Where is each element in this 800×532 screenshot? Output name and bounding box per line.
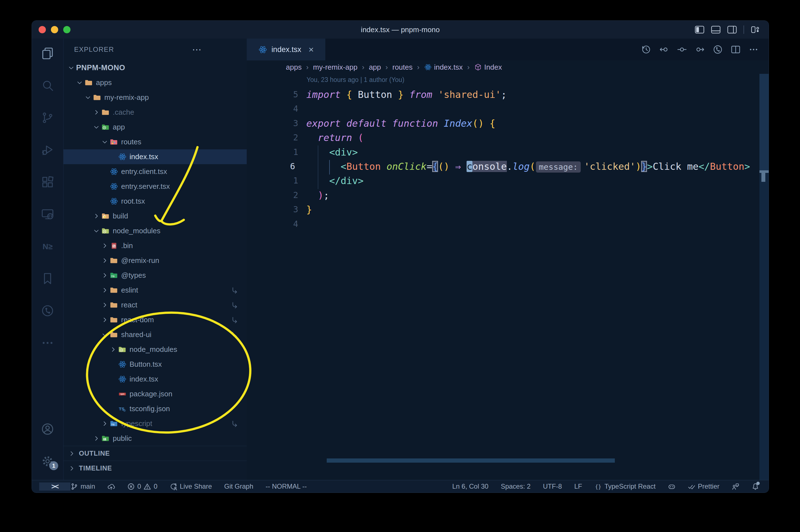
tab-index-tsx[interactable]: index.tsx ×: [247, 39, 325, 60]
commit-prev-icon[interactable]: [659, 44, 669, 55]
activity-run-debug-icon[interactable]: [41, 143, 54, 157]
minimize-button[interactable]: [51, 26, 58, 33]
breadcrumb-item-routes[interactable]: routes: [393, 63, 413, 72]
gitlens-blame: You, 23 hours ago | 1 author (You): [307, 76, 404, 83]
status-cursor-position[interactable]: Ln 6, Col 30: [452, 482, 489, 490]
tree-item-react[interactable]: react: [63, 298, 247, 312]
activity-settings-icon[interactable]: 1: [41, 455, 54, 468]
tree-item-package.json[interactable]: npmpackage.json: [63, 386, 247, 401]
twisty-spacer: [109, 390, 117, 398]
status-eol[interactable]: LF: [574, 482, 582, 490]
breadcrumb-item-Index[interactable]: Index: [474, 63, 502, 72]
status-live-share[interactable]: Live Share: [170, 482, 212, 490]
code-editor[interactable]: You, 23 hours ago | 1 author (You) 5impo…: [247, 74, 769, 480]
status-prettier[interactable]: Prettier: [688, 482, 720, 490]
tree-item-apps[interactable]: apps: [63, 75, 247, 90]
split-editor-icon[interactable]: [731, 44, 741, 55]
svg-text:JS: JS: [103, 231, 106, 232]
tree-item-app[interactable]: app: [63, 120, 247, 135]
breadcrumb-item-apps[interactable]: apps: [286, 63, 302, 72]
layout-customize-icon[interactable]: [751, 25, 760, 34]
window-title: index.tsx — pnpm-mono: [361, 21, 440, 39]
activity-remote-explorer-icon[interactable]: [41, 208, 54, 221]
status-git-branch[interactable]: main: [71, 482, 95, 490]
tree-item-label: .cache: [113, 108, 134, 117]
tree-item-index.tsx[interactable]: index.tsx: [63, 372, 247, 386]
tree-item-.cache[interactable]: .cache: [63, 105, 247, 120]
explorer-more-icon[interactable]: ⋯: [192, 47, 202, 52]
commit-current-icon[interactable]: [677, 44, 687, 55]
tree-item-Button.tsx[interactable]: Button.tsx: [63, 357, 247, 372]
status-notifications[interactable]: [751, 483, 759, 490]
activity-git-graph-icon[interactable]: [41, 304, 54, 318]
tree-item-node-modules[interactable]: JSnode_modules: [63, 224, 247, 238]
tree-item-typescript[interactable]: TStypescript: [63, 416, 247, 431]
tree-item-label: @types: [121, 271, 146, 280]
tree-item-index.tsx[interactable]: index.tsx: [63, 149, 247, 164]
tree-item-label: typescript: [121, 419, 152, 428]
close-tab-icon[interactable]: ×: [308, 45, 314, 54]
tree-item-tsconfig.json[interactable]: TStsconfig.json: [63, 401, 247, 416]
code-line-1: </div>: [306, 173, 364, 188]
activity-nx-console-icon[interactable]: N≥: [41, 240, 54, 253]
status-vim-mode[interactable]: -- NORMAL --: [266, 482, 307, 490]
tree-item-eslint[interactable]: eslint: [63, 283, 247, 298]
status-encoding[interactable]: UTF-8: [543, 482, 562, 490]
status-sync-changes[interactable]: [108, 483, 115, 490]
activity-more-icon[interactable]: [41, 336, 54, 349]
vertical-scrollbar[interactable]: [759, 74, 769, 480]
horizontal-scrollbar[interactable]: [327, 458, 615, 463]
layout-panel-toggle-icon[interactable]: [711, 25, 721, 34]
code-line-5: import { Button } from 'shared-ui';: [306, 87, 507, 102]
status-language-mode[interactable]: {}TypeScript React: [594, 482, 656, 490]
git-graph-circle-icon[interactable]: [713, 44, 723, 55]
remote-indicator[interactable]: ><: [39, 482, 71, 491]
close-button[interactable]: [39, 26, 46, 33]
tree-item-.bin[interactable]: 0110.bin: [63, 238, 247, 253]
breadcrumb-item-index.tsx[interactable]: index.tsx: [424, 63, 463, 72]
tree-item-public[interactable]: public: [63, 431, 247, 446]
tree-item-root.tsx[interactable]: root.tsx: [63, 194, 247, 209]
tree-item-entry.server.tsx[interactable]: entry.server.tsx: [63, 179, 247, 194]
tree-item-entry.client.tsx[interactable]: entry.client.tsx: [63, 164, 247, 179]
activity-search-icon[interactable]: [41, 79, 54, 92]
tree-item-routes[interactable]: routes: [63, 135, 247, 149]
timeline-history-icon[interactable]: [641, 44, 651, 55]
more-actions-icon[interactable]: [748, 44, 759, 55]
status-indentation[interactable]: Spaces: 2: [501, 482, 531, 490]
tree-item--remix-run[interactable]: @remix-run: [63, 253, 247, 268]
tree-item--types[interactable]: TS@types: [63, 268, 247, 283]
tree-item-node-modules[interactable]: JSnode_modules: [63, 342, 247, 357]
activity-bookmarks-icon[interactable]: [41, 272, 54, 285]
layout-secondary-sidebar-icon[interactable]: [727, 25, 737, 34]
breadcrumb-item-my-remix-app[interactable]: my-remix-app: [313, 63, 358, 72]
timeline-section[interactable]: TIMELINE: [63, 461, 247, 475]
status-problems[interactable]: 00: [127, 482, 157, 490]
scrollbar-thumb[interactable]: [759, 74, 769, 171]
tree-item-my-remix-app[interactable]: my-remix-app: [63, 90, 247, 105]
activity-source-control-icon[interactable]: [41, 111, 54, 125]
twisty-spacer: [101, 183, 109, 190]
tree-item-PNPM-MONO[interactable]: PNPM-MONO: [63, 60, 247, 75]
zoom-button[interactable]: [63, 26, 71, 33]
activity-account-icon[interactable]: [41, 422, 54, 436]
warning-icon: [144, 483, 151, 490]
breadcrumb-item-app[interactable]: app: [369, 63, 381, 72]
twisty-spacer: [109, 375, 117, 383]
tree-item-build[interactable]: build: [63, 209, 247, 224]
tree-item-label: index.tsx: [130, 152, 158, 161]
tree-item-label: tsconfig.json: [130, 404, 170, 413]
commit-next-icon[interactable]: [695, 44, 705, 55]
activity-extensions-icon[interactable]: [41, 175, 54, 189]
tree-item-shared-ui[interactable]: shared-ui: [63, 327, 247, 342]
tree-item-react-dom[interactable]: react-dom: [63, 312, 247, 327]
line-number: 1: [247, 173, 298, 188]
layout-sidebar-toggle-icon[interactable]: [695, 25, 704, 34]
status-feedback[interactable]: [732, 483, 739, 490]
chevron-down-icon: [76, 79, 83, 87]
status-git-graph[interactable]: Git Graph: [224, 482, 253, 490]
outline-section[interactable]: OUTLINE: [63, 446, 247, 461]
status-copilot[interactable]: [668, 483, 675, 490]
activity-explorer-icon[interactable]: [41, 47, 54, 60]
breadcrumb-separator: ›: [417, 63, 420, 72]
